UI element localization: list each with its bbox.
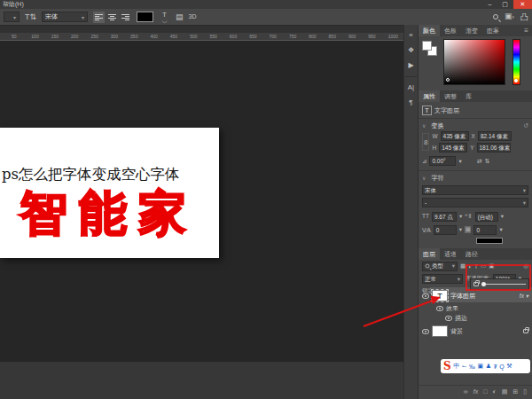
kerning-dropdown-icon[interactable]: ▾ — [459, 226, 462, 233]
maximize-button[interactable]: ▢ — [497, 0, 512, 9]
align-left-button[interactable] — [93, 12, 105, 23]
char-font-dropdown[interactable]: 宋体▾ — [422, 185, 528, 195]
fill-slider-knob[interactable] — [481, 282, 486, 286]
tab-paths[interactable]: 路径 — [461, 248, 482, 260]
filter-adjustment-icon[interactable]: ◐ — [468, 263, 472, 270]
layer-style-icon[interactable]: fx — [473, 388, 478, 395]
toggle-panels-icon[interactable]: ▤ — [176, 12, 184, 22]
char-style-dropdown[interactable]: -▾ — [422, 198, 528, 207]
visibility-eye-icon[interactable] — [422, 293, 429, 299]
panel-menu-icon[interactable]: ≡ — [524, 25, 532, 36]
angle-field[interactable]: 0.00° — [429, 156, 456, 166]
angle-dropdown-icon[interactable]: ▾ — [458, 158, 461, 165]
font-size-field[interactable]: 9.67 点 — [432, 212, 457, 222]
document[interactable]: ps怎么把字体变成空心字体 智能家 — [0, 128, 219, 258]
filter-toggle-icon[interactable]: ◎ — [523, 262, 528, 270]
tab-color[interactable]: 颜色 — [419, 25, 440, 36]
leading-field[interactable]: (自动) — [475, 212, 498, 222]
actions-panel-icon[interactable]: ▶ — [404, 61, 418, 70]
layer-row-effects[interactable]: 效果 — [419, 304, 532, 313]
layer-fx-badge[interactable]: fx ▾ — [520, 293, 528, 300]
size-dropdown-icon[interactable]: ▾ — [459, 213, 462, 220]
fill-slider-popup[interactable] — [470, 278, 529, 290]
fill-slider-track[interactable] — [481, 284, 526, 285]
align-center-button[interactable] — [106, 12, 118, 23]
link-layers-icon[interactable]: ∞ — [464, 388, 468, 395]
x-field[interactable]: 82.14 像素 — [478, 131, 512, 141]
ruler-tick: 500 — [190, 34, 197, 39]
tool-preset-dropdown[interactable]: ▾ — [4, 12, 20, 22]
leading-dropdown-icon[interactable]: ▾ — [501, 213, 504, 220]
flip-horizontal-icon[interactable]: ⇄ — [477, 158, 482, 165]
character-panel-icon[interactable]: A| — [404, 83, 418, 92]
properties-panel-tabs: 属性 调整 库 — [419, 90, 532, 102]
hue-slider-picker[interactable] — [514, 79, 518, 82]
y-field[interactable]: 181.06 像素 — [477, 143, 511, 153]
background-lock-icon — [523, 329, 528, 333]
font-family-dropdown[interactable]: 宋体▾ — [42, 12, 88, 22]
tab-gradients[interactable]: 渐变 — [461, 25, 482, 36]
tab-properties[interactable]: 属性 — [419, 90, 440, 102]
layer-mask-icon[interactable]: □ — [483, 388, 487, 395]
stroke-eye-icon[interactable] — [445, 316, 452, 321]
hue-slider[interactable] — [512, 39, 520, 85]
background-layer-thumbnail[interactable] — [432, 325, 448, 337]
filter-pixel-icon[interactable]: ▦ — [460, 262, 466, 270]
layer-row-text[interactable]: T 字体图层 fx ▾ — [419, 289, 532, 302]
filter-shape-icon[interactable]: ▭ — [481, 262, 486, 270]
height-field[interactable]: 145 像素 — [439, 143, 467, 153]
layer-name[interactable]: 字体图层 — [450, 292, 475, 301]
paragraph-panel-icon[interactable]: ¶ — [404, 98, 418, 107]
kerning-field[interactable]: 0 — [434, 225, 457, 235]
reset-transform-icon[interactable]: ↺ — [523, 122, 528, 129]
color-field-picker[interactable] — [446, 78, 450, 82]
blend-mode-dropdown[interactable]: 正常▾ — [422, 274, 463, 284]
new-group-icon[interactable]: ▤ — [502, 388, 508, 395]
tab-swatches[interactable]: 色板 — [440, 25, 461, 36]
tracking-dropdown-icon[interactable]: ▾ — [499, 226, 502, 233]
layer-row-background[interactable]: 背景 — [419, 325, 532, 338]
flip-vertical-icon[interactable]: ⇅ — [485, 158, 490, 165]
foreground-background-swatches[interactable] — [422, 41, 438, 57]
tab-channels[interactable]: 通道 — [440, 248, 461, 260]
share-icon[interactable]: 凸 — [520, 12, 528, 22]
align-right-button[interactable] — [120, 12, 131, 23]
layer-row-stroke[interactable]: 描边 — [419, 314, 532, 323]
tab-libraries[interactable]: 库 — [461, 90, 476, 102]
text-orientation-icon[interactable]: T⇅ — [25, 12, 36, 22]
link-dimensions-icon[interactable]: 8 — [422, 133, 429, 151]
ruler-tick: 50 — [12, 34, 17, 39]
search-icon[interactable] — [493, 14, 498, 20]
delete-layer-icon[interactable]: ▯ — [523, 388, 527, 395]
width-field[interactable]: 435 像素 — [441, 131, 469, 141]
color-field[interactable] — [443, 39, 505, 85]
minimize-button[interactable]: – — [482, 0, 497, 9]
ruler-tick: 200 — [71, 34, 78, 39]
filter-smartobject-icon[interactable]: ▣ — [489, 262, 494, 270]
background-eye-icon[interactable] — [422, 329, 429, 334]
document-tab-strip — [0, 26, 403, 33]
tab-layers[interactable]: 图层 — [419, 248, 440, 260]
adjustment-layer-icon[interactable]: ◐ — [492, 388, 496, 395]
collapse-dock-icon[interactable]: « — [404, 31, 418, 40]
workspace-icon[interactable]: ▣▾ — [505, 11, 514, 22]
filter-kind-dropdown[interactable]: 类型▾ — [422, 262, 458, 271]
filter-type-icon[interactable]: T — [474, 263, 478, 270]
watermark-icon: 中 — [453, 362, 459, 371]
foreground-color-swatch[interactable] — [422, 41, 432, 51]
transform-section-header[interactable]: ∨变换 ↺ — [419, 121, 532, 130]
close-button[interactable]: ✕ — [513, 0, 532, 9]
text-layer-thumbnail[interactable]: T — [432, 290, 448, 301]
text-color-swatch[interactable] — [137, 12, 153, 22]
brush-settings-panel-icon[interactable]: ❖ — [404, 46, 418, 55]
new-layer-icon[interactable]: ⊞ — [512, 388, 518, 395]
character-section-header[interactable]: ∨字符 — [419, 173, 532, 183]
effects-eye-icon[interactable] — [436, 306, 443, 311]
tab-patterns[interactable]: 图案 — [482, 25, 504, 36]
character-color-swatch[interactable] — [476, 238, 503, 244]
tracking-field[interactable]: 0 — [473, 225, 497, 235]
menu-item-help[interactable]: 帮助(H) — [3, 1, 24, 7]
3d-button[interactable]: 3D — [189, 12, 197, 22]
tab-adjustments[interactable]: 调整 — [440, 90, 461, 102]
warp-text-icon[interactable]: T◡ — [159, 12, 170, 23]
